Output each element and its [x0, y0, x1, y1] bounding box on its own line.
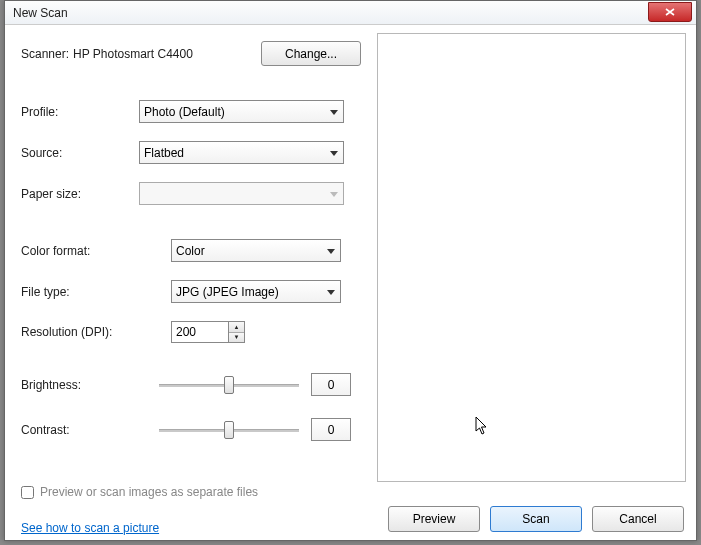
change-button[interactable]: Change... — [261, 41, 361, 66]
paper-size-label: Paper size: — [21, 187, 139, 201]
source-label: Source: — [21, 146, 139, 160]
brightness-slider[interactable] — [159, 375, 299, 395]
cancel-button[interactable]: Cancel — [592, 506, 684, 532]
contrast-value[interactable] — [311, 418, 351, 441]
contrast-thumb[interactable] — [224, 421, 234, 439]
resolution-down[interactable]: ▼ — [229, 333, 244, 343]
resolution-input[interactable] — [171, 321, 229, 343]
color-format-select[interactable]: Color — [171, 239, 341, 262]
new-scan-dialog: New Scan Scanner: HP Photosmart C4400 Ch… — [4, 0, 697, 541]
close-button[interactable] — [648, 2, 692, 22]
paper-size-select — [139, 182, 344, 205]
resolution-label: Resolution (DPI): — [21, 325, 171, 339]
contrast-slider[interactable] — [159, 420, 299, 440]
preview-pane — [377, 33, 686, 482]
window-title: New Scan — [13, 6, 68, 20]
file-type-select[interactable]: JPG (JPEG Image) — [171, 280, 341, 303]
brightness-label: Brightness: — [21, 378, 159, 392]
color-format-label: Color format: — [21, 244, 171, 258]
resolution-spinner[interactable]: ▲ ▼ — [171, 321, 245, 343]
scanner-label: Scanner: — [21, 47, 69, 61]
file-type-label: File type: — [21, 285, 171, 299]
profile-label: Profile: — [21, 105, 139, 119]
titlebar: New Scan — [5, 1, 696, 25]
source-select[interactable]: Flatbed — [139, 141, 344, 164]
scan-button[interactable]: Scan — [490, 506, 582, 532]
scanner-name: HP Photosmart C4400 — [73, 47, 261, 61]
resolution-up[interactable]: ▲ — [229, 322, 244, 333]
brightness-thumb[interactable] — [224, 376, 234, 394]
settings-panel: Scanner: HP Photosmart C4400 Change... P… — [5, 25, 377, 490]
contrast-label: Contrast: — [21, 423, 159, 437]
dialog-footer: Preview Scan Cancel — [17, 506, 684, 532]
profile-select[interactable]: Photo (Default) — [139, 100, 344, 123]
separate-files-checkbox[interactable] — [21, 486, 34, 499]
separate-files-label: Preview or scan images as separate files — [40, 485, 258, 499]
brightness-value[interactable] — [311, 373, 351, 396]
preview-button[interactable]: Preview — [388, 506, 480, 532]
